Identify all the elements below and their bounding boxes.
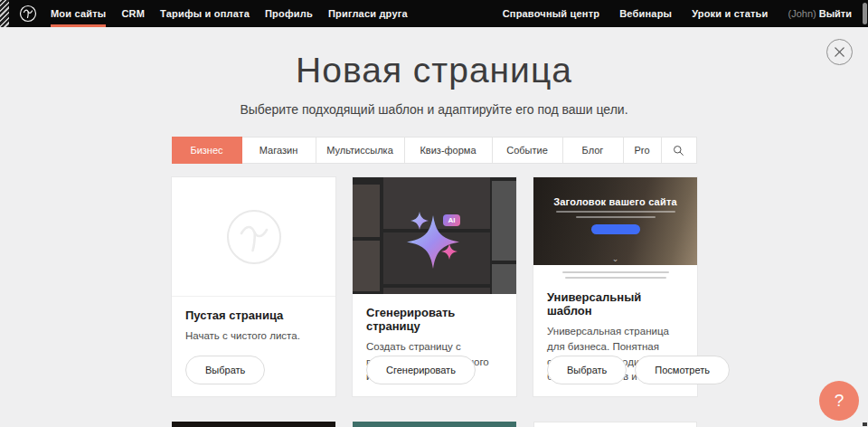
card-universal-template: Заголовок вашего сайта ⌄ Универсальный ш… [533,177,697,396]
blank-page-preview [172,177,335,297]
nav-webinars[interactable]: Вебинары [619,0,672,27]
new-page-dialog-screen: Мои сайты CRM Тарифы и оплата Профиль Пр… [0,0,868,427]
hero-subtitle-line [576,216,656,218]
ai-preview-collage: AI [353,177,516,294]
tab-shop[interactable]: Магазин [242,137,316,164]
ai-sparkle-icon [353,177,516,294]
card-ai-generate: AI Сгенерировать страницу Создать страни… [353,177,516,396]
chevron-down-icon: ⌄ [612,254,619,263]
nav-profile[interactable]: Профиль [265,0,313,27]
card-body: Пустая страница Начать с чистого листа. … [172,297,335,396]
tilda-ghost-logo-icon [225,208,283,266]
search-icon [673,145,684,157]
nav-crm[interactable]: CRM [121,0,145,27]
view-template-button[interactable]: Посмотреть [635,356,730,384]
tab-blog[interactable]: Блог [563,137,624,164]
card-body: Сгенерировать страницу Создать страницу … [353,294,516,396]
page-title: Новая страница [0,51,868,90]
generate-button[interactable]: Сгенерировать [366,356,476,384]
card-title: Пустая страница [185,308,322,322]
topbar: Мои сайты CRM Тарифы и оплата Профиль Пр… [0,0,868,27]
template-card-partial[interactable] [353,422,516,427]
close-icon [834,46,845,58]
tab-pro[interactable]: Pro [624,137,662,164]
tab-event[interactable]: Событие [493,137,563,164]
card-title: Сгенерировать страницу [366,306,503,333]
template-hero-title: Заголовок вашего сайта [533,177,697,207]
template-preview: Заголовок вашего сайта ⌄ [533,177,697,279]
card-description: Начать с чистого листа. [185,328,322,344]
search-tab[interactable] [662,137,697,164]
window-edge-pattern [0,0,9,27]
template-text-section [533,265,697,279]
nav-help-center[interactable]: Справочный центр [503,0,600,27]
tab-multilink[interactable]: Мультиссылка [316,137,405,164]
scrollbar-thumb[interactable] [863,3,867,24]
nav-invite-friend[interactable]: Пригласи друга [328,0,408,27]
template-category-tabs: Бизнес Магазин Мультиссылка Квиз-форма С… [172,137,697,164]
tab-business[interactable]: Бизнес [172,137,242,164]
topbar-nav-right: Справочный центр Вебинары Уроки и статьи… [503,0,868,27]
hero-subtitle-line [556,211,675,213]
resize-grip [863,422,867,426]
logout-label: Выйти [819,8,852,19]
nav-logout[interactable]: (John) Выйти [788,8,853,19]
template-card-partial[interactable] [533,422,697,427]
user-name: (John) [788,8,816,19]
tilda-logo[interactable] [19,5,37,23]
choose-template-button[interactable]: Выбрать [547,356,627,384]
card-body: Универсальный шаблон Универсальная стран… [533,279,697,396]
nav-lessons[interactable]: Уроки и статьи [692,0,768,27]
card-blank-page: Пустая страница Начать с чистого листа. … [172,177,335,396]
nav-tariffs[interactable]: Тарифы и оплата [160,0,250,27]
template-card-partial[interactable] [172,422,335,427]
next-row-cards [172,422,697,427]
tilda-logo-icon [19,5,37,23]
template-hero-preview: Заголовок вашего сайта ⌄ [533,177,697,265]
card-title: Универсальный шаблон [547,290,684,318]
ai-badge: AI [443,214,460,226]
close-button[interactable] [826,39,853,65]
template-cards: Пустая страница Начать с чистого листа. … [172,177,697,396]
question-mark-icon: ? [835,391,844,411]
tab-quiz-form[interactable]: Квиз-форма [405,137,493,164]
nav-my-sites[interactable]: Мои сайты [51,0,106,27]
choose-blank-button[interactable]: Выбрать [185,356,265,384]
help-button[interactable]: ? [819,381,859,421]
topbar-nav-left: Мои сайты CRM Тарифы и оплата Профиль Пр… [51,0,408,27]
page-subtitle: Выберите подходящий шаблон и адаптируйте… [0,102,868,117]
hero-cta-button [591,224,640,234]
